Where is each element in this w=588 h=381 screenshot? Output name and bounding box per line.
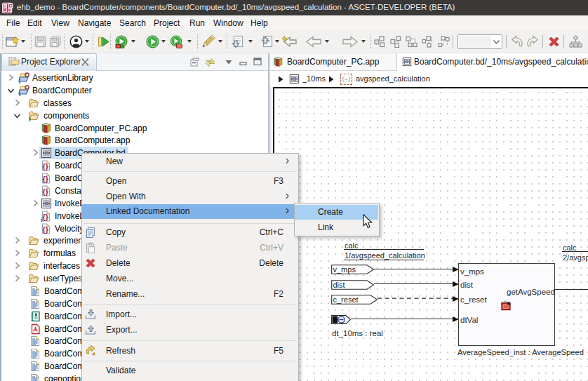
svg-text:c_reset: c_reset — [333, 295, 359, 303]
svg-text:s: s — [507, 300, 511, 307]
svg-text:dist: dist — [333, 280, 345, 288]
svg-text:v_mps: v_mps — [333, 265, 356, 274]
